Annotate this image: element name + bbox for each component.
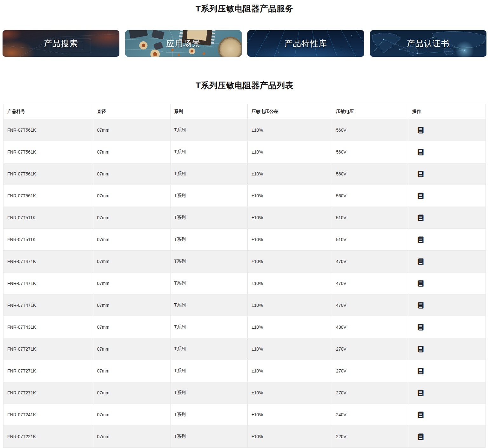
cell-varistor-voltage: 560V xyxy=(332,185,408,207)
cell-series: T系列 xyxy=(170,119,248,141)
datasheet-document-icon xyxy=(418,324,424,331)
view-datasheet-button[interactable] xyxy=(418,236,424,243)
cell-diameter: 07mm xyxy=(93,229,170,251)
cell-voltage-tolerance: ±10% xyxy=(248,273,332,294)
cell-varistor-voltage: 560V xyxy=(332,163,408,185)
cell-part-number: FNR-07T221K xyxy=(3,426,93,448)
cell-part-number: FNR-07T561K xyxy=(3,185,93,207)
view-datasheet-button[interactable] xyxy=(418,258,424,265)
cell-series: T系列 xyxy=(170,338,248,360)
column-header-series: 系列 xyxy=(170,104,248,119)
cell-actions xyxy=(408,251,486,273)
view-datasheet-button[interactable] xyxy=(418,390,424,396)
column-header-voltage-tolerance: 压敏电压公差 xyxy=(248,104,332,119)
banner-product-certificates[interactable]: 产品认证书 xyxy=(370,30,487,57)
table-row: FNR-07T561K 07mm T系列 ±10% 560V xyxy=(3,119,486,141)
cell-voltage-tolerance: ±10% xyxy=(248,185,332,207)
view-datasheet-button[interactable] xyxy=(418,346,424,352)
cell-diameter: 07mm xyxy=(93,338,170,360)
datasheet-document-icon xyxy=(418,346,424,352)
cell-part-number: FNR-07T561K xyxy=(3,119,93,141)
table-row: FNR-07T561K 07mm T系列 ±10% 560V xyxy=(3,163,486,185)
table-row: FNR-07T561K 07mm T系列 ±10% 560V xyxy=(3,185,486,207)
datasheet-document-icon xyxy=(418,412,424,418)
cell-diameter: 07mm xyxy=(93,404,170,426)
view-datasheet-button[interactable] xyxy=(418,412,424,418)
cell-diameter: 07mm xyxy=(93,207,170,229)
cell-actions xyxy=(408,338,486,360)
banner-label-product-search: 产品搜索 xyxy=(3,30,119,57)
banner-product-characteristics[interactable]: 产品特性库 xyxy=(247,30,364,57)
banner-application-scenarios[interactable]: 应用场景 xyxy=(125,30,242,57)
datasheet-document-icon xyxy=(418,433,424,440)
cell-voltage-tolerance: ±10% xyxy=(248,119,332,141)
cell-actions xyxy=(408,382,486,404)
cell-voltage-tolerance: ±10% xyxy=(248,316,332,338)
cell-actions xyxy=(408,229,486,251)
table-row: FNR-07T431K 07mm T系列 ±10% 430V xyxy=(3,316,486,338)
banner-label-application-scenarios: 应用场景 xyxy=(125,30,242,57)
cell-diameter: 07mm xyxy=(93,382,170,404)
banner-label-product-certificates: 产品认证书 xyxy=(370,30,487,57)
cell-part-number: FNR-07T431K xyxy=(3,316,93,338)
banner-nav: 产品搜索 xyxy=(3,30,486,57)
datasheet-document-icon xyxy=(418,368,424,374)
cell-voltage-tolerance: ±10% xyxy=(248,426,332,448)
view-datasheet-button[interactable] xyxy=(418,368,424,374)
cell-varistor-voltage: 470V xyxy=(332,294,408,316)
cell-varistor-voltage: 510V xyxy=(332,229,408,251)
datasheet-document-icon xyxy=(418,127,424,134)
table-row: FNR-07T271K 07mm T系列 ±10% 270V xyxy=(3,382,486,404)
cell-part-number: FNR-07T561K xyxy=(3,163,93,185)
view-datasheet-button[interactable] xyxy=(418,214,424,221)
cell-actions xyxy=(408,185,486,207)
banner-product-search[interactable]: 产品搜索 xyxy=(3,30,119,57)
cell-actions xyxy=(408,404,486,426)
datasheet-document-icon xyxy=(418,258,424,265)
cell-diameter: 07mm xyxy=(93,119,170,141)
view-datasheet-button[interactable] xyxy=(418,324,424,331)
cell-part-number: FNR-07T561K xyxy=(3,141,93,163)
datasheet-document-icon xyxy=(418,149,424,155)
cell-voltage-tolerance: ±10% xyxy=(248,382,332,404)
cell-varistor-voltage: 270V xyxy=(332,360,408,382)
cell-diameter: 07mm xyxy=(93,273,170,294)
cell-series: T系列 xyxy=(170,251,248,273)
cell-series: T系列 xyxy=(170,360,248,382)
cell-voltage-tolerance: ±10% xyxy=(248,338,332,360)
cell-part-number: FNR-07T271K xyxy=(3,338,93,360)
cell-actions xyxy=(408,273,486,294)
cell-diameter: 07mm xyxy=(93,316,170,338)
cell-diameter: 07mm xyxy=(93,426,170,448)
table-header-row: 产品料号 直径 系列 压敏电压公差 压敏电压 操作 xyxy=(3,104,486,119)
view-datasheet-button[interactable] xyxy=(418,149,424,155)
view-datasheet-button[interactable] xyxy=(418,127,424,134)
cell-diameter: 07mm xyxy=(93,360,170,382)
datasheet-document-icon xyxy=(418,280,424,287)
page-title: T系列压敏电阻器产品服务 xyxy=(0,3,489,14)
cell-series: T系列 xyxy=(170,229,248,251)
cell-varistor-voltage: 270V xyxy=(332,382,408,404)
table-row: FNR-07T471K 07mm T系列 ±10% 470V xyxy=(3,251,486,273)
cell-diameter: 07mm xyxy=(93,141,170,163)
view-datasheet-button[interactable] xyxy=(418,433,424,440)
view-datasheet-button[interactable] xyxy=(418,171,424,177)
cell-actions xyxy=(408,207,486,229)
datasheet-document-icon xyxy=(418,214,424,221)
cell-varistor-voltage: 560V xyxy=(332,141,408,163)
cell-part-number: FNR-07T511K xyxy=(3,229,93,251)
cell-voltage-tolerance: ±10% xyxy=(248,229,332,251)
cell-voltage-tolerance: ±10% xyxy=(248,294,332,316)
datasheet-document-icon xyxy=(418,390,424,396)
cell-series: T系列 xyxy=(170,185,248,207)
view-datasheet-button[interactable] xyxy=(418,280,424,287)
view-datasheet-button[interactable] xyxy=(418,302,424,309)
table-row: FNR-07T511K 07mm T系列 ±10% 510V xyxy=(3,207,486,229)
view-datasheet-button[interactable] xyxy=(418,193,424,199)
column-header-part-number: 产品料号 xyxy=(3,104,93,119)
cell-series: T系列 xyxy=(170,426,248,448)
cell-actions xyxy=(408,141,486,163)
column-header-actions: 操作 xyxy=(408,104,486,119)
datasheet-document-icon xyxy=(418,236,424,243)
cell-series: T系列 xyxy=(170,404,248,426)
